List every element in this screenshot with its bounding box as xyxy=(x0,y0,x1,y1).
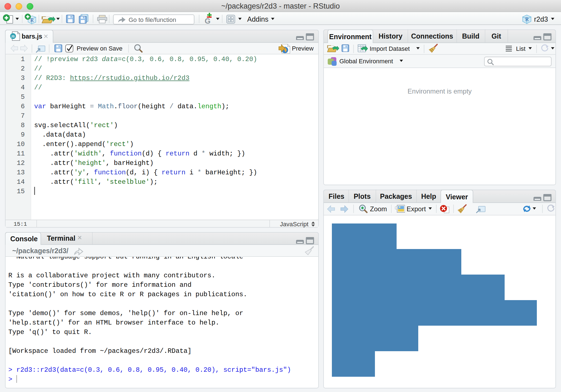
svg-text:R: R xyxy=(30,17,34,23)
svg-text:JS: JS xyxy=(11,35,15,38)
svg-text:R: R xyxy=(525,16,529,22)
